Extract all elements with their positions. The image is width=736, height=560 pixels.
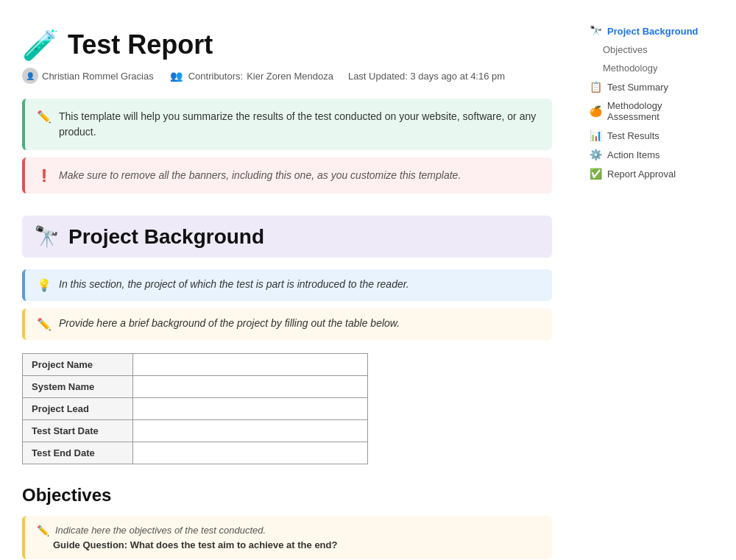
objectives-banner-row1: ✏️ Indicate here the objectives of the t… bbox=[37, 525, 540, 536]
project-hint-banner: ✏️ Provide here a brief background of th… bbox=[22, 308, 552, 340]
green-banner-icon: ✏️ bbox=[37, 110, 52, 124]
green-info-banner: ✏️ This template will help you summarize… bbox=[22, 99, 552, 150]
table-cell-label: Test Start Date bbox=[23, 420, 133, 442]
sidebar-item-test-summary[interactable]: 📋Test Summary bbox=[585, 78, 718, 96]
info-banner-text: In this section, the project of which th… bbox=[59, 278, 409, 290]
table-row: Project Lead bbox=[23, 398, 368, 420]
project-background-header: 🔭 Project Background bbox=[22, 216, 552, 258]
hint-banner-text: Provide here a brief background of the p… bbox=[59, 317, 400, 329]
table-cell-label: Project Lead bbox=[23, 398, 133, 420]
doc-meta: 👤 Christian Rommel Gracias 👥 Contributor… bbox=[22, 68, 552, 84]
sidebar-item-project-background[interactable]: 🔭Project Background bbox=[585, 22, 718, 40]
table-row: System Name bbox=[23, 376, 368, 398]
table-cell-value[interactable] bbox=[133, 398, 368, 420]
sidebar-item-label-test-summary: Test Summary bbox=[607, 82, 668, 93]
sidebar-item-action-items[interactable]: ⚙️Action Items bbox=[585, 146, 718, 163]
author-meta: 👤 Christian Rommel Gracias bbox=[22, 68, 154, 84]
sidebar-item-label-methodology-assessment: Methodology Assessment bbox=[607, 100, 713, 122]
sidebar-item-methodology-assessment[interactable]: 🍊Methodology Assessment bbox=[585, 97, 718, 125]
sidebar-item-icon-report-approval: ✅ bbox=[590, 168, 602, 180]
red-banner-text: Make sure to remove all the banners, inc… bbox=[59, 168, 461, 183]
title-icon: 🧪 bbox=[22, 30, 59, 60]
objectives-line2: Guide Question: What does the test aim t… bbox=[53, 539, 337, 550]
green-banner-text: This template will help you summarize th… bbox=[59, 109, 540, 140]
author-avatar: 👤 bbox=[22, 68, 38, 84]
sidebar: 🔭Project BackgroundObjectivesMethodology… bbox=[574, 15, 729, 560]
contributors-icon: 👥 bbox=[169, 68, 185, 84]
main-content: 🧪 Test Report 👤 Christian Rommel Gracias… bbox=[0, 15, 574, 560]
sidebar-item-label-action-items: Action Items bbox=[607, 149, 660, 160]
table-cell-value[interactable] bbox=[133, 354, 368, 376]
table-cell-label: Test End Date bbox=[23, 442, 133, 464]
last-updated-text: Last Updated: 3 days ago at 4:16 pm bbox=[348, 71, 505, 82]
table-cell-value[interactable] bbox=[133, 420, 368, 442]
sidebar-nav: 🔭Project BackgroundObjectivesMethodology… bbox=[585, 22, 718, 182]
hint-banner-icon: ✏️ bbox=[37, 317, 52, 331]
objectives-title: Objectives bbox=[22, 485, 552, 506]
contributors-label: Contributors: bbox=[188, 71, 243, 82]
sidebar-item-test-results[interactable]: 📊Test Results bbox=[585, 127, 718, 144]
objectives-line1: Indicate here the objectives of the test… bbox=[55, 525, 266, 536]
doc-header: 🧪 Test Report bbox=[22, 29, 552, 60]
red-banner-icon: ❗ bbox=[37, 169, 52, 182]
sidebar-item-methodology[interactable]: Methodology bbox=[585, 60, 718, 77]
contributors-names: Kier Zoren Mendoza bbox=[247, 71, 333, 82]
table-row: Test Start Date bbox=[23, 420, 368, 442]
sidebar-item-icon-action-items: ⚙️ bbox=[590, 149, 602, 160]
red-warning-banner: ❗ Make sure to remove all the banners, i… bbox=[22, 157, 552, 194]
sidebar-item-icon-project-background: 🔭 bbox=[590, 25, 602, 37]
contributors-meta: 👥 Contributors: Kier Zoren Mendoza bbox=[169, 68, 333, 84]
section-title: Project Background bbox=[68, 225, 264, 249]
sidebar-item-label-methodology: Methodology bbox=[603, 63, 657, 74]
table-cell-value[interactable] bbox=[133, 376, 368, 398]
table-cell-label: Project Name bbox=[23, 354, 133, 376]
table-row: Project Name bbox=[23, 354, 368, 376]
sidebar-item-label-report-approval: Report Approval bbox=[607, 169, 676, 180]
sidebar-item-label-project-background: Project Background bbox=[607, 26, 698, 37]
author-name: Christian Rommel Gracias bbox=[42, 71, 154, 82]
sidebar-item-objectives[interactable]: Objectives bbox=[585, 41, 718, 58]
page-title: Test Report bbox=[68, 29, 213, 60]
sidebar-item-icon-test-results: 📊 bbox=[590, 130, 602, 141]
sidebar-item-icon-test-summary: 📋 bbox=[590, 81, 602, 93]
table-cell-label: System Name bbox=[23, 376, 133, 398]
objectives-banner-row2: Guide Question: What does the test aim t… bbox=[37, 539, 540, 550]
project-info-banner: 💡 In this section, the project of which … bbox=[22, 269, 552, 301]
objectives-banner: ✏️ Indicate here the objectives of the t… bbox=[22, 516, 552, 559]
last-updated-meta: Last Updated: 3 days ago at 4:16 pm bbox=[348, 71, 505, 82]
sidebar-item-label-objectives: Objectives bbox=[603, 44, 648, 55]
table-cell-value[interactable] bbox=[133, 442, 368, 464]
sidebar-item-label-test-results: Test Results bbox=[607, 130, 659, 141]
info-banner-icon: 💡 bbox=[37, 278, 52, 292]
sidebar-item-report-approval[interactable]: ✅Report Approval bbox=[585, 165, 718, 182]
objectives-banner-icon: ✏️ bbox=[37, 525, 49, 536]
project-info-table: Project NameSystem NameProject LeadTest … bbox=[22, 353, 368, 464]
section-icon: 🔭 bbox=[34, 224, 60, 249]
sidebar-item-icon-methodology-assessment: 🍊 bbox=[590, 105, 602, 117]
table-row: Test End Date bbox=[23, 442, 368, 464]
